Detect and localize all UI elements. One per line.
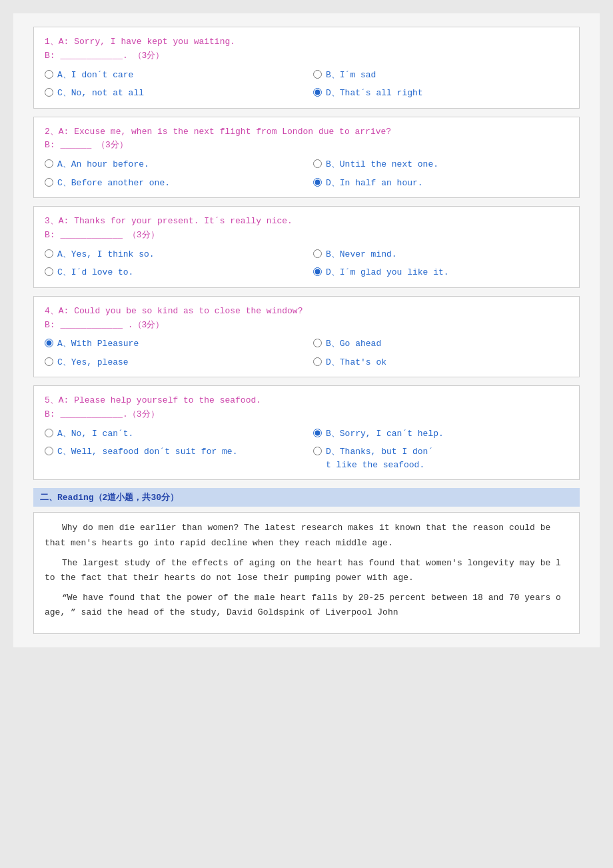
radio-5c[interactable] xyxy=(45,447,53,455)
question-block-1: 1、A: Sorry, I have kept you waiting. B: … xyxy=(33,27,580,109)
option-5d[interactable]: D、Thanks, but I don´t like the seafood. xyxy=(313,445,568,471)
option-3b[interactable]: B、Never mind. xyxy=(313,248,568,261)
radio-2c[interactable] xyxy=(45,178,53,187)
radio-4a[interactable] xyxy=(45,339,53,347)
option-5c[interactable]: C、Well, seafood don´t suit for me. xyxy=(45,445,300,471)
radio-1a[interactable] xyxy=(45,70,53,79)
options-grid-1: A、I don´t care B、I´m sad C、No, not at al… xyxy=(45,69,568,100)
question-text-1: 1、A: Sorry, I have kept you waiting. B: … xyxy=(45,35,568,63)
options-grid-3: A、Yes, I think so. B、Never mind. C、I´d l… xyxy=(45,248,568,279)
radio-4d[interactable] xyxy=(313,357,322,366)
reading-para-3: “We have found that the power of the mal… xyxy=(45,591,568,620)
question-block-3: 3、A: Thanks for your present. It´s reall… xyxy=(33,206,580,288)
option-4d[interactable]: D、That's ok xyxy=(313,356,568,369)
option-4c[interactable]: C、Yes, please xyxy=(45,356,300,369)
radio-2b[interactable] xyxy=(313,159,322,168)
options-grid-2: A、An hour before. B、Until the next one. … xyxy=(45,158,568,189)
option-4a[interactable]: A、With Pleasure xyxy=(45,337,300,351)
question-block-5: 5、A: Please help yourself to the seafood… xyxy=(33,385,580,480)
option-1a[interactable]: A、I don´t care xyxy=(45,69,300,82)
option-3c[interactable]: C、I´d love to. xyxy=(45,266,300,279)
radio-3a[interactable] xyxy=(45,249,53,258)
question-text-4: 4、A: Could you be so kind as to close th… xyxy=(45,305,568,333)
radio-3b[interactable] xyxy=(313,249,322,258)
option-5d-label: D、Thanks, but I don´t like the seafood. xyxy=(326,445,433,471)
reading-para-1: Why do men die earlier than women? The l… xyxy=(45,521,568,550)
radio-5b[interactable] xyxy=(313,429,322,437)
question-text-2: 2、A: Excuse me, when is the next flight … xyxy=(45,125,568,153)
reading-block: Why do men die earlier than women? The l… xyxy=(33,512,580,634)
page-container: 1、A: Sorry, I have kept you waiting. B: … xyxy=(13,13,600,647)
option-5a[interactable]: A、No, I can´t. xyxy=(45,427,300,441)
option-2b[interactable]: B、Until the next one. xyxy=(313,158,568,171)
section2-header: 二、Reading（2道小题，共30分） xyxy=(33,488,580,507)
radio-2d[interactable] xyxy=(313,178,322,187)
radio-5d[interactable] xyxy=(313,447,322,455)
option-5b[interactable]: B、Sorry, I can´t help. xyxy=(313,427,568,441)
radio-3c[interactable] xyxy=(45,267,53,276)
option-3a[interactable]: A、Yes, I think so. xyxy=(45,248,300,261)
reading-para-2: The largest study of the effects of agin… xyxy=(45,556,568,585)
radio-4b[interactable] xyxy=(313,339,322,347)
option-2a[interactable]: A、An hour before. xyxy=(45,158,300,171)
radio-3d[interactable] xyxy=(313,267,322,276)
option-4b[interactable]: B、Go ahead xyxy=(313,337,568,351)
option-1d[interactable]: D、That´s all right xyxy=(313,87,568,100)
radio-1d[interactable] xyxy=(313,88,322,97)
option-1c[interactable]: C、No, not at all xyxy=(45,87,300,100)
option-2c[interactable]: C、Before another one. xyxy=(45,177,300,190)
options-grid-4: A、With Pleasure B、Go ahead C、Yes, please… xyxy=(45,337,568,369)
question-block-4: 4、A: Could you be so kind as to close th… xyxy=(33,296,580,378)
radio-1c[interactable] xyxy=(45,88,53,97)
radio-1b[interactable] xyxy=(313,70,322,79)
radio-2a[interactable] xyxy=(45,159,53,168)
option-2d[interactable]: D、In half an hour. xyxy=(313,177,568,190)
question-block-2: 2、A: Excuse me, when is the next flight … xyxy=(33,117,580,199)
question-text-5: 5、A: Please help yourself to the seafood… xyxy=(45,394,568,422)
question-text-3: 3、A: Thanks for your present. It´s reall… xyxy=(45,215,568,243)
options-grid-5: A、No, I can´t. B、Sorry, I can´t help. C、… xyxy=(45,427,568,472)
option-1b[interactable]: B、I´m sad xyxy=(313,69,568,82)
radio-5a[interactable] xyxy=(45,429,53,437)
option-3d[interactable]: D、I´m glad you like it. xyxy=(313,266,568,279)
radio-4c[interactable] xyxy=(45,357,53,366)
